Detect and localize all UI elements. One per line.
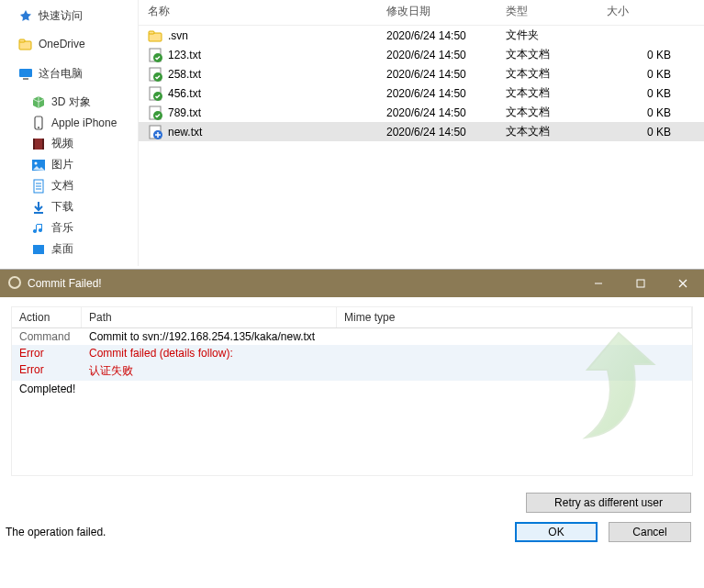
svg-rect-7 bbox=[33, 139, 35, 150]
file-row[interactable]: 258.txt 2020/6/24 14:50 文本文档 0 KB bbox=[139, 64, 704, 83]
file-name: new.txt bbox=[168, 126, 202, 139]
file-list-header: 名称 修改日期 类型 大小 bbox=[139, 0, 704, 26]
svg-point-29 bbox=[9, 277, 20, 288]
svn-add-icon bbox=[148, 125, 162, 139]
file-date: 2020/6/24 14:50 bbox=[377, 87, 497, 100]
sidebar-item-iphone[interactable]: Apple iPhone bbox=[0, 113, 138, 133]
svg-point-5 bbox=[38, 127, 39, 128]
sidebar-item-downloads[interactable]: 下载 bbox=[0, 196, 138, 217]
sidebar-item-3dobjects[interactable]: 3D 对象 bbox=[0, 92, 138, 113]
svg-rect-16 bbox=[33, 245, 44, 254]
svg-rect-1 bbox=[19, 39, 25, 42]
log-action: Error bbox=[12, 345, 82, 361]
file-name: 789.txt bbox=[168, 106, 201, 119]
log-path: 认证失败 bbox=[82, 361, 337, 381]
sidebar-item-label: 视频 bbox=[51, 136, 73, 151]
file-date: 2020/6/24 14:50 bbox=[377, 29, 497, 42]
close-button[interactable] bbox=[662, 270, 704, 297]
svg-rect-8 bbox=[42, 139, 44, 150]
doc-icon bbox=[31, 179, 46, 194]
svn-ok-icon bbox=[148, 105, 162, 120]
file-name: .svn bbox=[168, 29, 188, 42]
file-type: 文本文档 bbox=[497, 85, 598, 101]
sidebar-item-label: OneDrive bbox=[39, 38, 85, 50]
svg-rect-18 bbox=[149, 31, 154, 34]
dialog-title: Commit Failed! bbox=[28, 277, 577, 290]
file-type: 文本文档 bbox=[497, 124, 598, 139]
svg-point-10 bbox=[35, 161, 38, 164]
file-name: 123.txt bbox=[168, 49, 201, 61]
log-header-mime[interactable]: Mime type bbox=[337, 307, 692, 327]
star-icon bbox=[18, 9, 33, 24]
sidebar-item-label: 桌面 bbox=[51, 241, 73, 257]
file-row[interactable]: new.txt 2020/6/24 14:50 文本文档 0 KB bbox=[139, 122, 704, 141]
image-icon bbox=[31, 158, 46, 172]
file-type: 文本文档 bbox=[497, 66, 598, 82]
maximize-button[interactable] bbox=[620, 270, 662, 297]
minimize-button[interactable] bbox=[577, 270, 620, 297]
sidebar-item-music[interactable]: 音乐 bbox=[0, 217, 138, 239]
file-date: 2020/6/24 14:50 bbox=[377, 106, 497, 119]
square-icon bbox=[31, 242, 46, 257]
retry-as-different-user-button[interactable]: Retry as different user bbox=[526, 493, 691, 513]
log-header-action[interactable]: Action bbox=[12, 307, 82, 327]
explorer-sidebar: 快速访问OneDrive这台电脑3D 对象Apple iPhone视频图片文档下… bbox=[0, 0, 139, 266]
sidebar-item-label: 快速访问 bbox=[39, 8, 83, 24]
col-header-size[interactable]: 大小 bbox=[598, 4, 704, 19]
col-header-type[interactable]: 类型 bbox=[497, 4, 598, 19]
file-size: 0 KB bbox=[598, 126, 704, 139]
sidebar-item-label: 文档 bbox=[51, 178, 73, 194]
status-message: The operation failed. bbox=[0, 526, 515, 538]
cube-icon bbox=[31, 95, 46, 110]
sidebar-item-quickaccess[interactable]: 快速访问 bbox=[0, 6, 138, 27]
log-path: Commit failed (details follow): bbox=[82, 345, 337, 361]
col-header-date[interactable]: 修改日期 bbox=[377, 4, 497, 19]
ok-button[interactable]: OK bbox=[515, 522, 598, 542]
cloud-folder-icon bbox=[18, 37, 33, 51]
svg-rect-3 bbox=[23, 78, 28, 80]
svn-ok-icon bbox=[148, 67, 162, 82]
file-row[interactable]: 789.txt 2020/6/24 14:50 文本文档 0 KB bbox=[139, 103, 704, 122]
file-type: 文件夹 bbox=[497, 28, 598, 43]
file-size: 0 KB bbox=[598, 68, 704, 81]
log-path bbox=[82, 381, 337, 397]
file-list-pane: 名称 修改日期 类型 大小 .svn 2020/6/24 14:50 文件夹 1… bbox=[139, 0, 704, 266]
file-size: 0 KB bbox=[598, 106, 704, 119]
sidebar-item-desktop[interactable]: 桌面 bbox=[0, 239, 138, 260]
file-size: 0 KB bbox=[598, 87, 704, 100]
down-icon bbox=[31, 200, 46, 215]
folder-icon bbox=[148, 28, 162, 43]
svg-rect-31 bbox=[637, 280, 644, 287]
sidebar-item-onedrive[interactable]: OneDrive bbox=[0, 34, 138, 54]
sidebar-item-thispc[interactable]: 这台电脑 bbox=[0, 63, 138, 84]
file-size: 0 KB bbox=[598, 49, 704, 61]
file-name: 258.txt bbox=[168, 68, 201, 81]
sidebar-item-videos[interactable]: 视频 bbox=[0, 133, 138, 154]
sidebar-item-label: Apple iPhone bbox=[51, 116, 117, 129]
app-icon bbox=[7, 275, 22, 293]
cancel-button[interactable]: Cancel bbox=[609, 522, 691, 542]
svn-ok-icon bbox=[148, 86, 162, 101]
sidebar-item-label: 音乐 bbox=[51, 220, 73, 236]
log-action: Completed! bbox=[12, 381, 82, 397]
file-row[interactable]: 123.txt 2020/6/24 14:50 文本文档 0 KB bbox=[139, 45, 704, 64]
file-date: 2020/6/24 14:50 bbox=[377, 126, 497, 139]
sidebar-item-label: 3D 对象 bbox=[51, 94, 91, 110]
log-header-path[interactable]: Path bbox=[82, 307, 337, 327]
sidebar-item-documents[interactable]: 文档 bbox=[0, 175, 138, 196]
sidebar-item-label: 图片 bbox=[51, 157, 73, 172]
col-header-name[interactable]: 名称 bbox=[139, 4, 377, 19]
log-action: Command bbox=[12, 328, 82, 345]
file-row[interactable]: .svn 2020/6/24 14:50 文件夹 bbox=[139, 26, 704, 45]
monitor-icon bbox=[18, 67, 33, 82]
tortoise-arrow-icon bbox=[554, 326, 665, 448]
sidebar-item-pictures[interactable]: 图片 bbox=[0, 154, 138, 175]
sidebar-item-label: 这台电脑 bbox=[39, 66, 83, 82]
phone-icon bbox=[31, 116, 46, 130]
sidebar-item-label: 下载 bbox=[51, 199, 73, 215]
film-icon bbox=[31, 137, 46, 151]
commit-failed-dialog: Commit Failed! Action Path Mime type Com… bbox=[0, 269, 704, 553]
file-row[interactable]: 456.txt 2020/6/24 14:50 文本文档 0 KB bbox=[139, 83, 704, 103]
note-icon bbox=[31, 221, 46, 236]
dialog-titlebar[interactable]: Commit Failed! bbox=[0, 270, 704, 297]
